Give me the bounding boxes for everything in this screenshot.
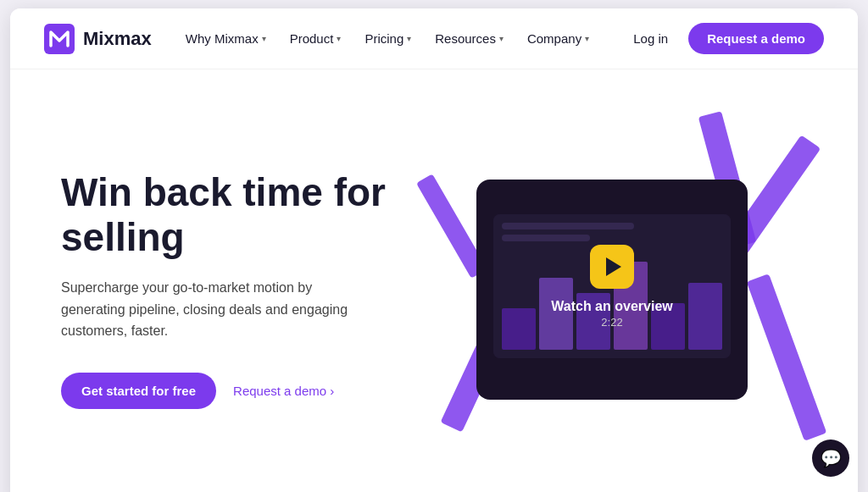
- laptop-screen: Watch an overview 2:22: [493, 214, 731, 358]
- request-demo-button[interactable]: Request a demo: [688, 23, 824, 54]
- chevron-down-icon: ▾: [499, 34, 504, 43]
- chevron-down-icon: ▾: [585, 34, 589, 43]
- logo-text: Mixmax: [83, 28, 152, 50]
- hero-right: Watch an overview 2:22: [417, 120, 807, 459]
- hero-title: Win back time for selling: [61, 170, 417, 260]
- get-started-button[interactable]: Get started for free: [61, 373, 216, 409]
- video-duration: 2:22: [601, 316, 622, 329]
- nav-item-company[interactable]: Company ▾: [517, 25, 599, 53]
- nav-item-resources[interactable]: Resources ▾: [425, 25, 514, 53]
- nav-links: Why Mixmax ▾ Product ▾ Pricing ▾ Resourc…: [175, 25, 599, 53]
- play-overlay[interactable]: Watch an overview 2:22: [493, 214, 731, 358]
- play-button[interactable]: [590, 245, 634, 289]
- logo[interactable]: Mixmax: [44, 24, 152, 54]
- nav-item-why-mixmax[interactable]: Why Mixmax ▾: [175, 25, 276, 53]
- ribbon-decoration-3: [747, 274, 827, 441]
- video-label: Watch an overview: [551, 299, 672, 314]
- hero-left: Win back time for selling Supercharge yo…: [61, 170, 417, 409]
- browser-frame: Mixmax Why Mixmax ▾ Product ▾ Pricing ▾: [10, 8, 858, 492]
- chat-bubble[interactable]: 💬: [812, 439, 849, 477]
- chevron-down-icon: ▾: [407, 34, 411, 43]
- nav-actions: Log in Request a demo: [623, 23, 824, 54]
- hero-section: Win back time for selling Supercharge yo…: [10, 69, 858, 492]
- video-card[interactable]: Watch an overview 2:22: [476, 180, 748, 400]
- login-link[interactable]: Log in: [623, 25, 678, 53]
- chevron-down-icon: ▾: [262, 34, 266, 43]
- chevron-down-icon: ▾: [337, 34, 341, 43]
- chat-icon: 💬: [821, 448, 842, 468]
- nav-item-pricing[interactable]: Pricing ▾: [354, 25, 421, 53]
- hero-subtitle: Supercharge your go-to-market motion by …: [61, 277, 375, 342]
- navbar: Mixmax Why Mixmax ▾ Product ▾ Pricing ▾: [10, 8, 858, 69]
- hero-ctas: Get started for free Request a demo ›: [61, 373, 417, 409]
- request-demo-link[interactable]: Request a demo ›: [233, 384, 334, 398]
- nav-item-product[interactable]: Product ▾: [280, 25, 352, 53]
